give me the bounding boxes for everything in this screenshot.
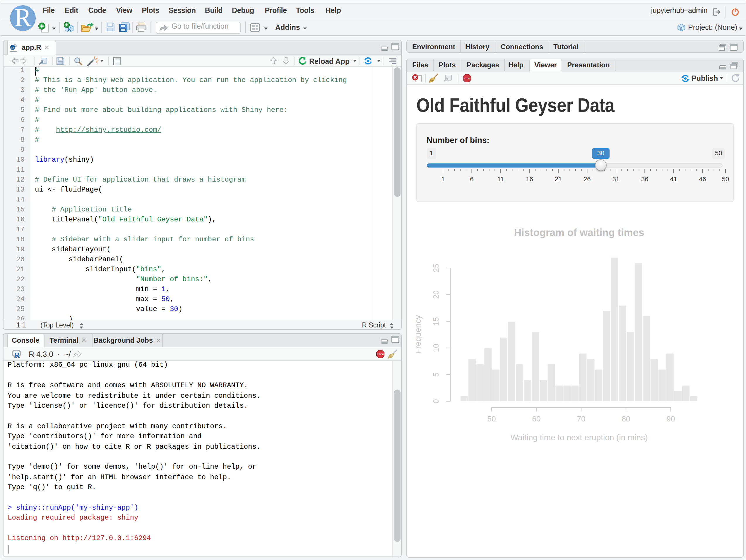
svg-text:15: 15 bbox=[432, 317, 440, 326]
svg-text:50: 50 bbox=[722, 175, 729, 183]
svg-text:Frequency: Frequency bbox=[416, 315, 423, 354]
svg-text:6: 6 bbox=[470, 175, 474, 183]
svg-text:36: 36 bbox=[641, 175, 648, 183]
svg-text:1: 1 bbox=[441, 175, 445, 183]
svg-text:0: 0 bbox=[432, 399, 440, 403]
svg-text:11: 11 bbox=[497, 175, 504, 183]
svg-text:5: 5 bbox=[432, 372, 440, 377]
svg-text:46: 46 bbox=[699, 175, 706, 183]
svg-text:R: R bbox=[15, 351, 20, 358]
svg-text:Histogram of waiting times: Histogram of waiting times bbox=[514, 227, 644, 238]
svg-text:Waiting time to next eruption: Waiting time to next eruption (in mins) bbox=[511, 433, 648, 442]
svg-text:26: 26 bbox=[583, 175, 591, 183]
svg-text:16: 16 bbox=[526, 175, 533, 183]
svg-text:80: 80 bbox=[622, 415, 630, 423]
svg-text:60: 60 bbox=[532, 415, 541, 423]
svg-text:10: 10 bbox=[432, 344, 440, 352]
svg-text:STOP: STOP bbox=[463, 77, 471, 80]
svg-text:41: 41 bbox=[670, 175, 677, 183]
svg-text:20: 20 bbox=[432, 290, 440, 299]
svg-text:70: 70 bbox=[577, 415, 585, 423]
svg-text:STOP: STOP bbox=[377, 353, 384, 356]
svg-text:21: 21 bbox=[555, 175, 562, 183]
svg-text:R: R bbox=[11, 46, 14, 50]
svg-text:R: R bbox=[680, 26, 683, 31]
svg-text:90: 90 bbox=[667, 415, 675, 423]
svg-text:25: 25 bbox=[432, 264, 440, 272]
svg-text:50: 50 bbox=[487, 415, 496, 423]
svg-text:31: 31 bbox=[612, 175, 620, 183]
